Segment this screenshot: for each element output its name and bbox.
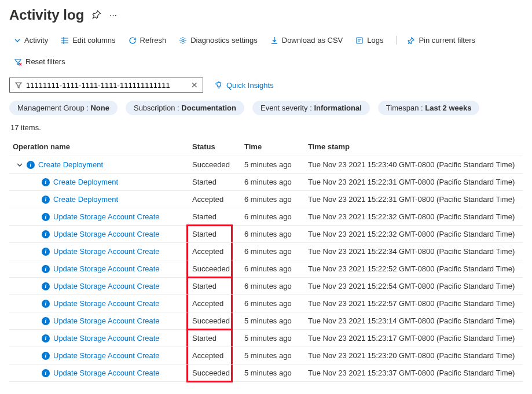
status-cell: Accepted: [189, 347, 241, 364]
item-count: 17 items.: [10, 123, 523, 132]
table-row[interactable]: iCreate DeploymentAccepted6 minutes agoT…: [9, 191, 523, 208]
svg-point-0: [182, 39, 184, 42]
time-cell: 6 minutes ago: [241, 243, 304, 260]
table-row[interactable]: iUpdate Storage Account CreateAccepted5 …: [9, 347, 523, 364]
table-row[interactable]: iUpdate Storage Account CreateAccepted6 …: [9, 243, 523, 260]
pill-management-group[interactable]: Management Group : None: [9, 101, 118, 115]
info-icon: i: [42, 213, 50, 221]
info-icon: i: [42, 369, 50, 377]
status-cell: Started: [189, 226, 241, 243]
time-cell: 6 minutes ago: [241, 278, 304, 295]
operation-link[interactable]: Update Storage Account Create: [53, 230, 160, 238]
download-button[interactable]: Download as CSV: [270, 36, 343, 45]
diagnostics-button[interactable]: Diagnostics settings: [179, 36, 258, 45]
chevron-down-icon: [14, 37, 21, 44]
pill-timespan[interactable]: Timespan : Last 2 weeks: [378, 101, 480, 115]
logs-button[interactable]: Logs: [355, 36, 383, 45]
time-cell: 6 minutes ago: [241, 208, 304, 226]
chevron-down-icon[interactable]: [16, 162, 23, 168]
table-row[interactable]: iUpdate Storage Account CreateSucceeded6…: [9, 260, 523, 278]
search-input-wrapper[interactable]: ✕: [9, 78, 203, 93]
svg-rect-1: [357, 38, 362, 43]
info-icon: i: [42, 196, 50, 204]
activity-dropdown[interactable]: Activity: [14, 36, 48, 45]
time-cell: 6 minutes ago: [241, 295, 304, 312]
operation-link[interactable]: Update Storage Account Create: [53, 212, 160, 221]
operation-link[interactable]: Update Storage Account Create: [53, 282, 160, 290]
pin-filters-button[interactable]: Pin current filters: [396, 36, 475, 45]
operation-link[interactable]: Create Deployment: [53, 195, 118, 204]
info-icon: i: [42, 248, 50, 256]
operation-link[interactable]: Update Storage Account Create: [53, 316, 160, 325]
status-cell: Accepted: [189, 295, 241, 312]
download-icon: [270, 36, 278, 45]
operation-link[interactable]: Update Storage Account Create: [53, 264, 160, 273]
table-row[interactable]: iUpdate Storage Account CreateStarted6 m…: [9, 208, 523, 226]
status-cell: Succeeded: [189, 364, 241, 382]
refresh-icon: [129, 36, 137, 45]
pill-subscription[interactable]: Subscription : Documentation: [126, 101, 244, 115]
columns-icon: [61, 36, 69, 45]
status-cell: Started: [189, 330, 241, 347]
table-row[interactable]: iCreate DeploymentStarted6 minutes agoTu…: [9, 174, 523, 191]
time-cell: 5 minutes ago: [241, 156, 304, 174]
operation-link[interactable]: Create Deployment: [38, 160, 103, 169]
status-cell: Succeeded: [189, 260, 241, 278]
status-cell: Started: [189, 278, 241, 295]
status-cell: Succeeded: [189, 312, 241, 330]
timestamp-cell: Tue Nov 23 2021 15:22:31 GMT-0800 (Pacif…: [304, 191, 523, 208]
time-cell: 6 minutes ago: [241, 191, 304, 208]
operation-link[interactable]: Update Storage Account Create: [53, 369, 160, 377]
more-icon[interactable]: ⋯: [109, 11, 118, 20]
pin-icon: [407, 36, 415, 45]
col-timestamp[interactable]: Time stamp: [304, 138, 523, 156]
timestamp-cell: Tue Nov 23 2021 15:23:17 GMT-0800 (Pacif…: [304, 330, 523, 347]
time-cell: 6 minutes ago: [241, 260, 304, 278]
info-icon: i: [42, 178, 50, 186]
table-row[interactable]: iUpdate Storage Account CreateSucceeded5…: [9, 312, 523, 330]
info-icon: i: [42, 265, 50, 273]
operation-link[interactable]: Create Deployment: [53, 178, 118, 186]
status-cell: Succeeded: [189, 156, 241, 174]
info-icon: i: [42, 334, 50, 343]
col-operation[interactable]: Operation name: [9, 138, 189, 156]
table-row[interactable]: iCreate DeploymentSucceeded5 minutes ago…: [9, 156, 523, 174]
table-row[interactable]: iUpdate Storage Account CreateStarted6 m…: [9, 278, 523, 295]
timestamp-cell: Tue Nov 23 2021 15:22:34 GMT-0800 (Pacif…: [304, 243, 523, 260]
table-row[interactable]: iUpdate Storage Account CreateSucceeded5…: [9, 364, 523, 382]
gear-icon: [179, 36, 187, 45]
col-status[interactable]: Status: [189, 138, 241, 156]
reset-filters-button[interactable]: Reset filters: [14, 57, 65, 66]
col-time[interactable]: Time: [241, 138, 304, 156]
clear-search-icon[interactable]: ✕: [191, 80, 198, 90]
timestamp-cell: Tue Nov 23 2021 15:22:54 GMT-0800 (Pacif…: [304, 278, 523, 295]
quick-insights-button[interactable]: Quick Insights: [215, 81, 274, 90]
info-icon: i: [42, 282, 50, 290]
operation-link[interactable]: Update Storage Account Create: [53, 299, 160, 308]
timestamp-cell: Tue Nov 23 2021 15:22:32 GMT-0800 (Pacif…: [304, 226, 523, 243]
info-icon: i: [42, 352, 50, 360]
pill-event-severity[interactable]: Event severity : Informational: [252, 101, 370, 115]
timestamp-cell: Tue Nov 23 2021 15:22:57 GMT-0800 (Pacif…: [304, 295, 523, 312]
search-input[interactable]: [26, 81, 188, 90]
timestamp-cell: Tue Nov 23 2021 15:22:32 GMT-0800 (Pacif…: [304, 208, 523, 226]
time-cell: 5 minutes ago: [241, 364, 304, 382]
time-cell: 6 minutes ago: [241, 174, 304, 191]
table-row[interactable]: iUpdate Storage Account CreateStarted5 m…: [9, 330, 523, 347]
timestamp-cell: Tue Nov 23 2021 15:23:37 GMT-0800 (Pacif…: [304, 364, 523, 382]
page-title: Activity log: [9, 7, 84, 23]
operation-link[interactable]: Update Storage Account Create: [53, 247, 160, 256]
table-row[interactable]: iUpdate Storage Account CreateStarted6 m…: [9, 226, 523, 243]
timestamp-cell: Tue Nov 23 2021 15:22:31 GMT-0800 (Pacif…: [304, 174, 523, 191]
operation-link[interactable]: Update Storage Account Create: [53, 351, 160, 360]
operation-link[interactable]: Update Storage Account Create: [53, 334, 160, 343]
time-cell: 6 minutes ago: [241, 226, 304, 243]
status-cell: Accepted: [189, 191, 241, 208]
edit-columns-button[interactable]: Edit columns: [61, 36, 115, 45]
table-row[interactable]: iUpdate Storage Account CreateAccepted6 …: [9, 295, 523, 312]
filter-icon: [14, 81, 23, 89]
logs-icon: [355, 36, 364, 45]
pin-icon[interactable]: [92, 10, 101, 21]
refresh-button[interactable]: Refresh: [129, 36, 167, 45]
info-icon: i: [42, 317, 50, 325]
